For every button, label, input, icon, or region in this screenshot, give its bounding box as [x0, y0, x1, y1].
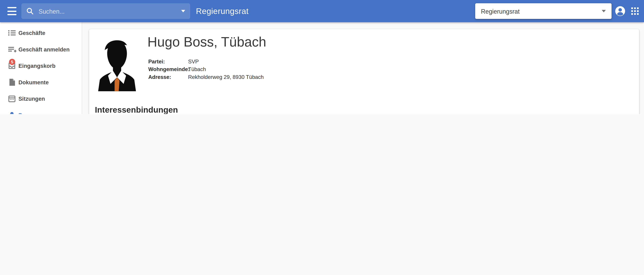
global-search[interactable] — [21, 3, 190, 19]
sidebar: Geschäfte Geschäft anmelden 5 Eingangsko… — [0, 22, 82, 114]
avatar — [95, 38, 139, 91]
profile-field-wohngemeinde: Wohngemeinde: Tübach — [148, 65, 264, 73]
search-input[interactable] — [38, 7, 181, 15]
sidebar-item-personen[interactable]: Personen — [0, 107, 82, 114]
sidebar-item-label: Sitzungen — [18, 96, 45, 102]
field-label: Partei: — [148, 58, 188, 65]
sidebar-item-label: Geschäfte — [18, 30, 46, 36]
topbar: Regierungsrat Regierungsrat — [0, 0, 644, 22]
profile-fields: Partei: SVP Wohngemeinde: Tübach Adresse… — [148, 58, 264, 81]
person-icon — [7, 111, 16, 114]
search-scope-chevron-down-icon[interactable] — [181, 10, 185, 12]
person-detail-card: Hugo Boss, Tübach Partei: SVP Wohngemein… — [89, 29, 639, 114]
sidebar-item-label: Geschäft anmelden — [18, 46, 70, 52]
context-select[interactable]: Regierungsrat — [475, 3, 612, 19]
hamburger-menu-icon[interactable] — [7, 7, 16, 15]
sidebar-item-sitzungen[interactable]: Sitzungen — [0, 91, 82, 107]
unread-count-badge: 5 — [9, 59, 15, 65]
field-value: SVP — [188, 58, 199, 65]
apps-grid-icon[interactable] — [631, 7, 638, 15]
document-icon — [7, 78, 16, 87]
chevron-down-icon — [602, 10, 606, 12]
profile-field-partei: Partei: SVP — [148, 58, 264, 65]
sidebar-item-label: Eingangskorb — [18, 63, 56, 69]
playlist-add-icon — [7, 45, 16, 54]
field-label: Wohngemeinde: — [148, 65, 188, 73]
section-title-interessenbindungen: Interessenbindungen — [95, 105, 178, 114]
sidebar-item-geschaeft-anmelden[interactable]: Geschäft anmelden — [0, 41, 82, 58]
app-window: Regierungsrat Regierungsrat Geschäfte — [0, 0, 644, 114]
sidebar-item-eingangskorb[interactable]: 5 Eingangskorb — [0, 58, 82, 74]
profile-field-adresse: Adresse: Rekholderweg 29, 8930 Tübach — [148, 73, 264, 81]
sidebar-item-label: Personen — [18, 112, 44, 114]
page-title: Hugo Boss, Tübach — [148, 34, 266, 50]
app-title: Regierungsrat — [196, 0, 248, 22]
sidebar-item-geschaefte[interactable]: Geschäfte — [0, 25, 82, 41]
context-select-value: Regierungsrat — [481, 8, 602, 15]
calendar-icon — [7, 94, 16, 103]
field-label: Adresse: — [148, 73, 188, 81]
sidebar-item-label: Dokumente — [18, 79, 49, 85]
field-value: Tübach — [188, 65, 206, 73]
content-area: Hugo Boss, Tübach Partei: SVP Wohngemein… — [82, 22, 644, 114]
account-icon[interactable] — [615, 6, 626, 17]
sidebar-item-dokumente[interactable]: Dokumente — [0, 74, 82, 91]
list-icon — [7, 29, 16, 38]
search-icon — [26, 7, 34, 15]
field-value: Rekholderweg 29, 8930 Tübach — [188, 73, 264, 81]
